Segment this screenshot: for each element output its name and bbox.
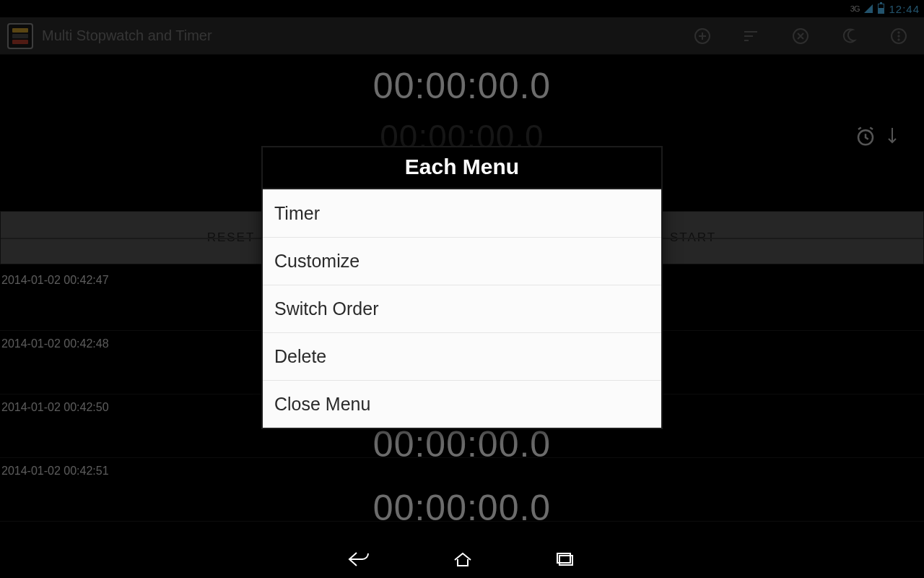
menu-item-delete[interactable]: Delete [263,332,661,380]
each-menu-dialog: Each Menu Timer Customize Switch Order D… [261,146,663,429]
menu-item-timer[interactable]: Timer [263,189,661,237]
dialog-title: Each Menu [263,147,661,189]
recent-apps-button[interactable] [554,551,578,571]
back-button[interactable] [346,550,371,571]
screen: 3G 12:44 Multi Stopwatch and Timer [0,0,924,578]
menu-item-close[interactable]: Close Menu [263,380,661,428]
home-button[interactable] [450,550,475,571]
menu-item-switch-order[interactable]: Switch Order [263,285,661,332]
android-nav-bar [0,543,924,578]
menu-item-customize[interactable]: Customize [263,237,661,285]
